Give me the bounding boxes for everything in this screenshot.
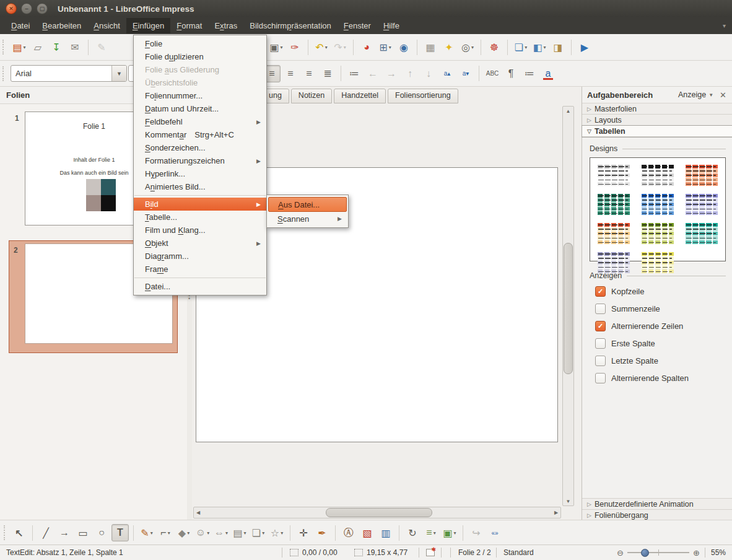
email-icon[interactable]: ✉ xyxy=(66,38,84,56)
task-pane-section-layouts[interactable]: ▷Layouts xyxy=(582,115,732,126)
table-design-dark-green[interactable] xyxy=(598,194,630,215)
dropdown-arrow-icon[interactable]: ▾ xyxy=(150,530,153,536)
text-tool[interactable]: T xyxy=(111,524,129,541)
menubar-overflow-chevron-icon[interactable]: ▾ xyxy=(723,22,726,29)
dropdown-arrow-icon[interactable]: ▾ xyxy=(325,45,328,50)
dropdown-arrow-icon[interactable]: ▾ xyxy=(525,45,527,50)
table-design-blue[interactable] xyxy=(642,194,674,215)
task-pane-section-masterfolien[interactable]: ▷Masterfolien xyxy=(582,103,732,115)
task-pane-section-tabellen[interactable]: ▽Tabellen xyxy=(582,126,732,137)
horizontal-scrollbar-thumb[interactable] xyxy=(326,508,432,517)
menu-item-sonderzeichen[interactable]: Sonderzeichen... xyxy=(134,141,266,154)
task-pane-section-folien-bergang[interactable]: ▷Folienübergang xyxy=(582,509,732,520)
checkbox-unchecked-icon[interactable] xyxy=(595,356,606,366)
menu-item-objekt[interactable]: Objekt▶ xyxy=(134,237,266,250)
horizontal-scrollbar[interactable]: ◀ ▶ xyxy=(193,507,561,518)
menubar-item-datei[interactable]: Datei xyxy=(5,18,36,33)
scroll-up-icon[interactable]: ▲ xyxy=(563,107,573,115)
glue-points-button[interactable]: ✒ xyxy=(313,524,331,541)
menu-item-tabelle[interactable]: Tabelle... xyxy=(134,211,266,224)
presentation-icon[interactable]: ▶ xyxy=(576,38,593,56)
dropdown-arrow-icon[interactable]: ▾ xyxy=(434,530,436,536)
toolbar-grip[interactable] xyxy=(2,40,6,55)
menu-item-datei[interactable]: Datei... xyxy=(134,280,266,293)
arrow-tool[interactable]: → xyxy=(56,524,73,541)
menubar-item-extras[interactable]: Extras xyxy=(208,18,243,33)
dropdown-arrow-icon[interactable]: ▾ xyxy=(344,45,346,50)
menubar-item-einf-gen[interactable]: Einfügen xyxy=(126,18,170,33)
minimize-window-button[interactable]: – xyxy=(21,3,32,14)
table-design-periwinkle[interactable] xyxy=(686,194,718,215)
submenu-item-scannen[interactable]: Scannen▶ xyxy=(268,212,347,225)
checkbox-letzte-spalte[interactable]: Letzte Spalte xyxy=(590,352,726,369)
paragraph-dialog-button[interactable]: ¶ xyxy=(502,65,520,82)
font-name-dropdown-icon[interactable]: ▼ xyxy=(111,66,126,81)
menu-item-datum-und-uhrzeit[interactable]: Datum und Uhrzeit... xyxy=(134,102,266,115)
menu-item-bild[interactable]: Bild▶ xyxy=(134,198,266,211)
zoom-out-icon[interactable]: ⊖ xyxy=(617,548,624,558)
animation-effects-button[interactable]: «» xyxy=(486,524,503,541)
alignment-button[interactable]: ≡▾ xyxy=(422,524,440,541)
insert-slide-icon[interactable]: ❏▾ xyxy=(512,38,529,56)
bullets-numbering-button[interactable]: ≔ xyxy=(521,65,538,82)
menu-item-film-und-klang[interactable]: Film und Klang... xyxy=(134,224,266,237)
table-design-red-yellow[interactable] xyxy=(598,223,630,244)
view-tab-handzettel[interactable]: Handzettel xyxy=(334,89,386,103)
block-arrows-tool[interactable]: ⇔▾ xyxy=(212,524,230,541)
zoom-icon[interactable]: ◎▾ xyxy=(459,38,476,56)
decrease-font-button[interactable]: a▾ xyxy=(457,65,474,82)
zoom-percent-status[interactable]: 55% xyxy=(711,545,726,560)
connector-tool[interactable]: ⌐▾ xyxy=(157,524,174,541)
ellipse-tool[interactable]: ○ xyxy=(93,524,110,541)
checkbox-alternierende-spalten[interactable]: Alternierende Spalten xyxy=(590,369,726,387)
chart-icon[interactable]: ◕ xyxy=(358,38,375,56)
align-justify-button[interactable]: ≣ xyxy=(319,65,336,82)
document-modified-icon[interactable]: ✱ xyxy=(426,545,435,560)
close-window-button[interactable]: ✕ xyxy=(6,3,17,14)
flowchart-tool[interactable]: ▤▾ xyxy=(231,524,248,541)
layout-name-status[interactable]: Standard xyxy=(503,545,534,560)
line-tool[interactable]: ╱ xyxy=(37,524,54,541)
menu-item-foliennummer[interactable]: Foliennummer... xyxy=(134,89,266,102)
table-design-orange-red[interactable] xyxy=(686,165,718,186)
vertical-scrollbar-thumb[interactable] xyxy=(564,243,573,374)
arrange-button[interactable]: ▣▾ xyxy=(441,524,458,541)
dropdown-arrow-icon[interactable]: ▾ xyxy=(281,45,283,50)
help-icon[interactable]: ☸ xyxy=(486,38,503,56)
submenu-item-aus-datei[interactable]: Aus Datei... xyxy=(268,197,347,212)
checkbox-checked-icon[interactable]: ✓ xyxy=(595,321,606,331)
align-right-button[interactable]: ≡ xyxy=(300,65,318,82)
menu-item-folie[interactable]: Folie xyxy=(134,37,266,50)
display-grid-icon[interactable]: ▦ xyxy=(422,38,439,56)
scroll-left-icon[interactable]: ◀ xyxy=(194,507,203,518)
toolbar-grip[interactable] xyxy=(2,66,6,81)
task-pane-view-menu[interactable]: Anzeige ▼ xyxy=(678,90,713,99)
menu-item-hyperlink[interactable]: Hyperlink... xyxy=(134,167,266,180)
slide-layout-icon[interactable]: ◧▾ xyxy=(531,38,548,56)
open-document-icon[interactable]: ▱ xyxy=(29,38,46,56)
fontwork-button[interactable]: Ⓐ xyxy=(340,524,357,541)
zoom-slider-track[interactable] xyxy=(627,552,689,553)
undo-icon[interactable]: ↶▾ xyxy=(313,38,330,56)
dropdown-arrow-icon[interactable]: ▾ xyxy=(389,45,391,50)
zoom-slider[interactable]: ⊖ ⊕ xyxy=(617,545,700,560)
menu-item-formatierungszeichen[interactable]: Formatierungszeichen▶ xyxy=(134,154,266,167)
symbol-shapes-tool[interactable]: ☺▾ xyxy=(194,524,211,541)
callouts-tool[interactable]: ❏▾ xyxy=(250,524,267,541)
checkbox-unchecked-icon[interactable] xyxy=(595,373,606,383)
rotate-button[interactable]: ↻ xyxy=(404,524,421,541)
dropdown-arrow-icon[interactable]: ▾ xyxy=(168,530,170,536)
dropdown-arrow-icon[interactable]: ▾ xyxy=(262,530,264,536)
basic-shapes-tool[interactable]: ◆▾ xyxy=(175,524,193,541)
navigator-icon[interactable]: ✦ xyxy=(440,38,458,56)
checkbox-unchecked-icon[interactable] xyxy=(595,304,606,314)
character-color-button[interactable]: a xyxy=(539,65,557,82)
table-design-gray[interactable] xyxy=(598,165,630,186)
stars-tool[interactable]: ☆▾ xyxy=(268,524,285,541)
font-name-input[interactable] xyxy=(11,66,111,81)
menu-item-kommentar[interactable]: KommentarStrg+Alt+C xyxy=(134,128,266,141)
increase-font-button[interactable]: a▴ xyxy=(438,65,456,82)
dropdown-arrow-icon[interactable]: ▾ xyxy=(471,45,474,50)
edit-points-button[interactable]: ✛ xyxy=(295,524,312,541)
menu-item-animiertes-bild[interactable]: Animiertes Bild... xyxy=(134,180,266,193)
